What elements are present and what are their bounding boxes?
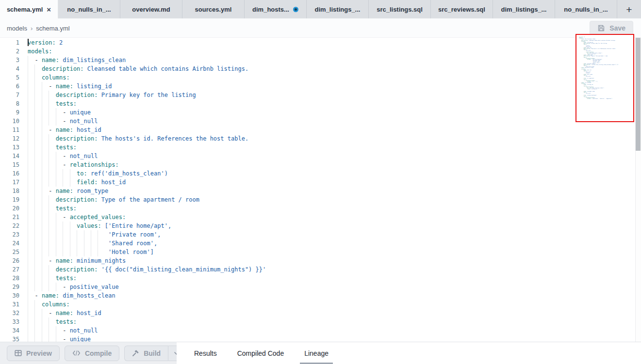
code-line: 20tests: [0,204,635,213]
plus-icon: + [626,4,632,15]
code-line: 31columns: [0,300,635,309]
code-text: 'Shared room', [28,239,157,248]
code-line: 33tests: [0,317,635,326]
code-text: - not_null [579,76,591,77]
editor-tab[interactable]: dim_listings_... [307,0,369,18]
line-number: 28 [0,274,19,283]
editor-tab[interactable]: schema.yml× [0,0,58,18]
editor-tab[interactable]: src_reviews.sql [431,0,493,18]
scrollbar-track[interactable] [635,38,641,342]
line-number: 2 [0,47,19,56]
code-text: description: Primary key for the listing [28,91,196,99]
code-line: 14- not_null [0,152,635,160]
code-text: - not_null [28,326,98,335]
scrollbar-thumb[interactable] [636,38,641,151]
code-text: - unique [28,335,91,342]
code-line: 16to: ref('dim_hosts_clean') [0,169,635,178]
code-line: 29- positive_value [0,283,635,291]
code-line: 32- name: host_id [0,309,635,317]
button-label: Build [144,349,161,357]
code-line: 12description: The hosts's id. Reference… [0,134,635,143]
code-text: values: ['Entire home/apt', [28,222,171,230]
editor-tab[interactable]: overview.md [120,0,182,18]
code-text: tests: [28,204,77,213]
code-text: - name: minimum_nights [28,256,126,265]
breadcrumb: models›schema.yml [7,18,70,38]
code-text: description: Type of the apartment / roo… [28,195,199,204]
code-text: values: ['positive', 'neutral', 'negativ… [579,98,612,99]
code-text: description: Cleansed table which contai… [28,64,248,73]
code-text: 'Private room', [28,230,161,239]
code-text: description: '{{ doc("dim_listing_clean_… [28,265,266,274]
code-text: - relationships: [28,160,119,169]
line-number: 27 [0,265,19,274]
line-number: 25 [0,248,19,256]
code-text: columns: [28,73,70,82]
code-line: 6- name: listing_id [0,82,635,91]
line-number: 20 [0,204,19,213]
code-line: 24 'Shared room', [0,239,635,248]
code-text: - name: host_id [28,126,101,134]
modified-indicator-icon [293,7,298,12]
panel-tab-lineage[interactable]: Lineage [304,342,329,364]
line-number: 35 [0,335,19,342]
line-number: 13 [0,143,19,152]
tab-label: dim_listings_... [315,6,361,13]
build-button[interactable]: Build [124,346,168,361]
editor-tab[interactable]: dim_hosts... [245,0,307,18]
code-text: - name: dim_hosts_clean [28,291,115,300]
code-editor[interactable]: 1version: 22models:3- name: dim_listings… [0,38,635,342]
minimap-viewport[interactable]: version: 2models:- name: dim_listings_cl… [575,34,634,122]
line-number: 29 [0,283,19,291]
line-number: 10 [0,117,19,126]
code-text: - not_null [28,152,98,160]
line-number: 14 [0,152,19,160]
code-line: 27description: '{{ doc("dim_listing_clea… [0,265,635,274]
breadcrumb-item[interactable]: models [7,25,27,32]
editor-tab[interactable]: no_nulls_in_... [555,0,617,18]
panel-tab-results[interactable]: Results [194,342,217,364]
close-icon[interactable]: × [47,6,51,13]
tab-label: src_listings.sql [377,6,423,13]
code-line: 26- name: minimum_nights [0,256,635,265]
line-number: 17 [0,178,19,187]
code-text: field: host_id [28,178,126,187]
code-line: 4description: Cleansed table which conta… [0,64,635,73]
line-number: 33 [0,317,19,326]
code-text: version: 2 [28,38,63,47]
line-number: 30 [0,291,19,300]
tab-label: sources.yml [195,6,232,13]
code-line: 25 'Hotel room'] [0,248,635,256]
editor-tab[interactable]: dim_listings_... [493,0,555,18]
code-text: - name: room_type [28,187,108,195]
code-text: to: ref('dim_hosts_clean') [28,169,168,178]
editor-tab[interactable]: no_nulls_in_... [58,0,120,18]
line-number: 31 [0,300,19,309]
new-tab-button[interactable]: + [617,0,641,18]
code-line: values: ['positive', 'neutral', 'negativ… [579,98,633,99]
panel-tab-compiled-code[interactable]: Compiled Code [237,342,284,364]
tab-label: no_nulls_in_... [564,6,608,13]
tab-label: schema.yml [7,6,43,13]
code-line: 23 'Private room', [0,230,635,239]
tab-label: dim_hosts... [252,6,289,13]
line-number: 6 [0,82,19,91]
code-text: - not_null [28,117,98,126]
compile-button[interactable]: Compile [65,346,119,361]
code-text: tests: [28,143,77,152]
button-label: Preview [26,349,52,357]
editor-tab[interactable]: sources.yml [182,0,245,18]
line-number: 19 [0,195,19,204]
code-line: 28tests: [0,274,635,283]
code-text: - name: host_id [28,309,101,317]
line-number: 9 [0,108,19,117]
code-icon [72,350,81,356]
code-line: 18- name: room_type [0,187,635,195]
tab-bar: schema.yml×no_nulls_in_...overview.mdsou… [0,0,641,18]
code-line: 17field: host_id [0,178,635,187]
code-line: 2models: [0,47,635,56]
breadcrumb-item[interactable]: schema.yml [36,25,69,32]
save-button[interactable]: Save [590,21,633,35]
editor-tab[interactable]: src_listings.sql [369,0,431,18]
preview-button[interactable]: Preview [7,346,60,361]
